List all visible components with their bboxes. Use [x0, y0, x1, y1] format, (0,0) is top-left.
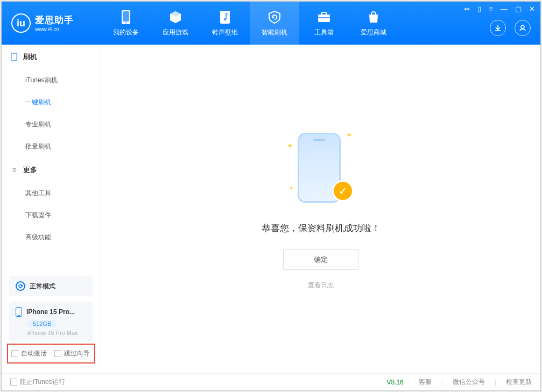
checkbox-label: 跳过向导	[64, 349, 90, 358]
sidebar-header-label: 刷机	[23, 52, 37, 62]
maximize-icon[interactable]: ▢	[515, 5, 522, 13]
nav-label: 智能刷机	[262, 28, 287, 37]
app-window: iu 爱思助手 www.i4.cn 我的设备 应用游戏 铃声壁纸 智能刷机	[1, 1, 541, 391]
sidebar-item-advanced[interactable]: 高级功能	[2, 226, 101, 248]
app-url: www.i4.cn	[35, 26, 74, 32]
toolbox-icon	[316, 10, 332, 25]
music-icon	[217, 10, 233, 25]
logo-area: iu 爱思助手 www.i4.cn	[2, 2, 101, 45]
sidebar-item-download-firmware[interactable]: 下载固件	[2, 204, 101, 226]
device-icon	[118, 10, 133, 25]
svg-rect-9	[11, 53, 17, 61]
device-model: iPhone 15 Pro Max	[27, 330, 87, 336]
sidebar-header-label: 更多	[23, 165, 37, 175]
nav-ringtones[interactable]: 铃声壁纸	[200, 2, 250, 45]
top-nav: 我的设备 应用游戏 铃声壁纸 智能刷机 工具箱 爱思商城	[101, 2, 398, 45]
success-illustration: ✦ ✦ ✦ ✓	[286, 129, 356, 209]
more-icon: ≡	[10, 166, 18, 174]
confirm-button[interactable]: 确定	[283, 250, 358, 270]
nav-flash[interactable]: 智能刷机	[250, 2, 299, 45]
sidebar: 刷机 iTunes刷机 一键刷机 专业刷机 批量刷机 ≡ 更多 其他工具 下载固…	[2, 45, 101, 373]
footer-link-update[interactable]: 检查更新	[506, 377, 532, 387]
menu-icon[interactable]: ≡	[489, 5, 493, 13]
sidebar-item-other-tools[interactable]: 其他工具	[2, 182, 101, 204]
nav-label: 工具箱	[314, 28, 334, 37]
svg-point-4	[224, 18, 227, 20]
svg-rect-6	[322, 12, 326, 15]
logo-text: 爱思助手 www.i4.cn	[35, 14, 74, 32]
bag-icon	[366, 10, 381, 25]
app-title: 爱思助手	[35, 14, 74, 26]
separator: |	[495, 379, 496, 386]
checkbox-icon	[54, 350, 61, 357]
account-button[interactable]	[515, 20, 531, 36]
sidebar-scroll: 刷机 iTunes刷机 一键刷机 专业刷机 批量刷机 ≡ 更多 其他工具 下载固…	[2, 45, 101, 270]
checkbox-label: 阻止iTunes运行	[20, 377, 65, 387]
sidebar-item-oneclick-flash[interactable]: 一键刷机	[2, 91, 101, 113]
nav-label: 铃声壁纸	[212, 28, 238, 37]
footer-link-wechat[interactable]: 微信公众号	[453, 377, 485, 387]
success-message: 恭喜您，保资料刷机成功啦！	[262, 222, 381, 234]
nav-my-device[interactable]: 我的设备	[101, 2, 151, 45]
sparkle-icon: ✦	[289, 185, 293, 191]
checkbox-block-itunes[interactable]: 阻止iTunes运行	[10, 377, 65, 387]
nav-label: 爱思商城	[361, 28, 386, 37]
logo-icon: iu	[11, 13, 31, 33]
svg-rect-7	[318, 17, 330, 18]
footer-link-support[interactable]: 客服	[419, 377, 432, 387]
sidebar-header-more[interactable]: ≡ 更多	[2, 158, 101, 182]
svg-rect-1	[123, 11, 129, 22]
sidebar-bottom: ⟳ 正常模式 iPhone 15 Pro... 512GB iPhone 15 …	[2, 270, 101, 373]
download-button[interactable]	[490, 20, 506, 36]
checkbox-label: 自动激活	[21, 349, 47, 358]
checkbox-icon	[10, 379, 17, 386]
sidebar-item-pro-flash[interactable]: 专业刷机	[2, 113, 101, 136]
checkbox-skip-guide[interactable]: 跳过向导	[54, 349, 90, 358]
sidebar-group-flash: 刷机 iTunes刷机 一键刷机 专业刷机 批量刷机	[2, 45, 101, 158]
nav-apps[interactable]: 应用游戏	[151, 2, 200, 45]
window-controls: ⇔ ▯ ≡ — ▢ ✕	[464, 5, 535, 13]
refresh-shield-icon	[267, 10, 282, 25]
device-name: iPhone 15 Pro...	[26, 308, 75, 316]
status-label: 正常模式	[30, 282, 55, 291]
link-icon[interactable]: ⇔	[464, 5, 470, 13]
sparkle-icon: ✦	[346, 131, 353, 139]
flash-options-row: 自动激活 跳过向导	[7, 344, 95, 364]
sparkle-icon: ✦	[287, 141, 293, 150]
footer-right: V8.16 客服 | 微信公众号 | 检查更新	[386, 377, 532, 387]
success-check-icon: ✓	[332, 180, 354, 202]
status-icon: ⟳	[16, 281, 25, 291]
close-icon[interactable]: ✕	[529, 5, 535, 13]
svg-rect-3	[220, 11, 230, 24]
phone-icon[interactable]: ▯	[477, 5, 481, 13]
sidebar-group-more: ≡ 更多 其他工具 下载固件 高级功能	[2, 158, 101, 248]
nav-label: 我的设备	[113, 28, 139, 37]
device-phone-icon	[16, 307, 22, 317]
main-panel: ✦ ✦ ✦ ✓ 恭喜您，保资料刷机成功啦！ 确定 查看日志	[101, 45, 540, 373]
cube-icon	[168, 10, 183, 25]
separator: |	[441, 379, 443, 386]
checkbox-auto-activate[interactable]: 自动激活	[11, 349, 47, 358]
svg-point-8	[521, 25, 524, 28]
version-label: V8.16	[386, 379, 403, 386]
footer-bar: 阻止iTunes运行 V8.16 客服 | 微信公众号 | 检查更新	[2, 373, 540, 390]
header-bar: iu 爱思助手 www.i4.cn 我的设备 应用游戏 铃声壁纸 智能刷机	[2, 2, 540, 45]
sidebar-header-flash[interactable]: 刷机	[2, 45, 101, 69]
header-actions	[490, 20, 531, 36]
sidebar-item-batch-flash[interactable]: 批量刷机	[2, 136, 101, 158]
checkbox-icon	[11, 350, 18, 357]
sidebar-item-itunes-flash[interactable]: iTunes刷机	[2, 69, 101, 91]
body: 刷机 iTunes刷机 一键刷机 专业刷机 批量刷机 ≡ 更多 其他工具 下载固…	[2, 45, 540, 373]
nav-label: 应用游戏	[163, 28, 188, 37]
phone-outline-icon	[10, 53, 18, 61]
nav-store[interactable]: 爱思商城	[349, 2, 398, 45]
svg-point-2	[125, 22, 127, 24]
device-card[interactable]: iPhone 15 Pro... 512GB iPhone 15 Pro Max	[9, 302, 93, 341]
status-card[interactable]: ⟳ 正常模式	[9, 276, 93, 296]
capacity-badge: 512GB	[27, 320, 57, 327]
view-log-link[interactable]: 查看日志	[308, 281, 334, 290]
minimize-icon[interactable]: —	[501, 5, 508, 13]
nav-toolbox[interactable]: 工具箱	[299, 2, 349, 45]
footer-left: 阻止iTunes运行	[10, 377, 65, 387]
